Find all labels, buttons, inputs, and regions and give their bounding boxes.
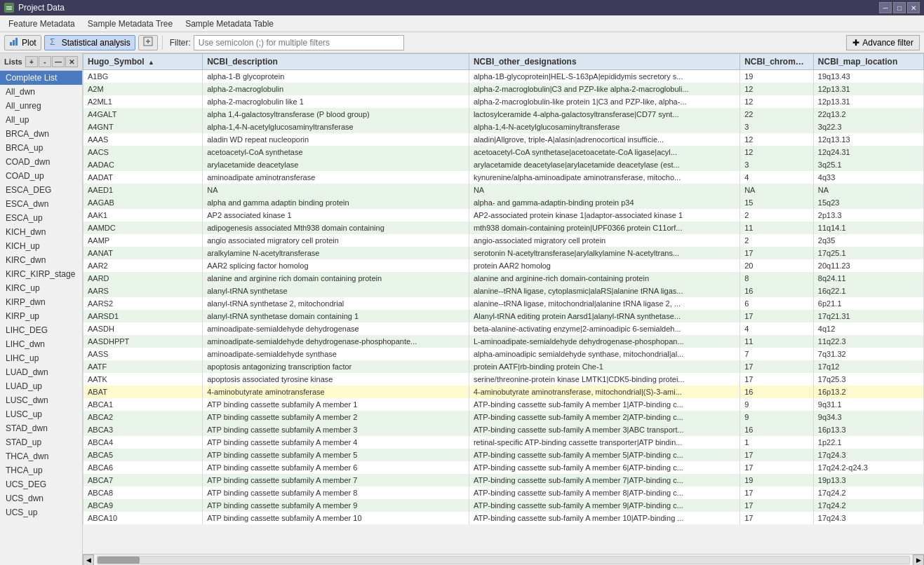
table-row[interactable]: ABCA4ATP binding cassette subfamily A me… [83,436,924,449]
minus-list-button[interactable]: — [52,56,65,67]
sidebar-item-kirc-kirp-stage[interactable]: KIRC_KIRP_stage [0,267,82,281]
table-row[interactable]: ABCA2ATP binding cassette subfamily A me… [83,411,924,423]
col-header-hugo[interactable]: Hugo_Symbol ▲ [83,54,203,70]
settings-list-button[interactable]: - [39,56,51,67]
table-row[interactable]: AAASaladin WD repeat nucleoporinaladin|A… [83,133,924,146]
table-row[interactable]: AAED1NANANANA [83,184,924,196]
table-row[interactable]: A2Malpha-2-macroglobulinalpha-2-macroglo… [83,83,924,95]
table-row[interactable]: AARDalanine and arginine rich domain con… [83,272,924,285]
table-row[interactable]: AARSalanyl-tRNA synthetasealanine--tRNA … [83,285,924,297]
table-row[interactable]: A4GALTalpha 1,4-galactosyltransferase (P… [83,108,924,121]
cell-ncbi_map: 2q35 [813,234,923,247]
sidebar-item-kirp-up[interactable]: KIRP_up [0,309,82,323]
sidebar-item-ucs-deg[interactable]: UCS_DEG [0,477,82,491]
minimize-button[interactable]: ─ [879,2,892,13]
table-row[interactable]: ABCA6ATP binding cassette subfamily A me… [83,461,924,474]
table-row[interactable]: AANATaralkylamine N-acetyltransferaseser… [83,247,924,259]
sidebar-item-thca-up[interactable]: THCA_up [0,463,82,477]
table-container[interactable]: Hugo_Symbol ▲ NCBI_description NCBI_othe… [83,53,924,554]
menu-sample-metadata-tree[interactable]: Sample Metadata Tree [82,18,178,30]
table-row[interactable]: A2ML1alpha-2-macroglobulin like 1alpha-2… [83,95,924,108]
cell-ncbi_chr: 17 [740,461,814,474]
table-row[interactable]: ABCA3ATP binding cassette subfamily A me… [83,423,924,436]
table-row[interactable]: AARS2alanyl-tRNA synthetase 2, mitochond… [83,297,924,310]
svg-rect-3 [6,9,12,10]
table-row[interactable]: AASSaminoadipate-semialdehyde synthaseal… [83,348,924,360]
sidebar-item-brca-up[interactable]: BRCA_up [0,141,82,155]
sidebar-item-kirp-dwn[interactable]: KIRP_dwn [0,295,82,309]
table-row[interactable]: ABAT4-aminobutyrate aminotransferase4-am… [83,386,924,398]
scroll-left-button[interactable]: ◀ [83,554,94,566]
remove-list-button[interactable]: ✕ [65,56,78,67]
table-row[interactable]: A1BGalpha-1-B glycoproteinalpha-1B-glyco… [83,70,924,83]
table-row[interactable]: ABCA8ATP binding cassette subfamily A me… [83,486,924,499]
menu-feature-metadata[interactable]: Feature Metadata [3,18,81,30]
add-list-button[interactable]: + [25,56,38,67]
sidebar-item-esca-deg[interactable]: ESCA_DEG [0,183,82,197]
maximize-button[interactable]: □ [893,2,906,13]
sidebar-item-esca-dwn[interactable]: ESCA_dwn [0,197,82,211]
sidebar-item-thca-dwn[interactable]: THCA_dwn [0,449,82,463]
sidebar-item-kich-dwn[interactable]: KICH_dwn [0,225,82,239]
sidebar-item-stad-up[interactable]: STAD_up [0,435,82,449]
table-row[interactable]: ABCA5ATP binding cassette subfamily A me… [83,449,924,461]
sidebar-item-complete-list[interactable]: Complete List [0,71,82,85]
table-row[interactable]: AATKapoptosis associated tyrosine kinase… [83,373,924,386]
sidebar-item-kirc-up[interactable]: KIRC_up [0,281,82,295]
sidebar-item-brca-dwn[interactable]: BRCA_dwn [0,127,82,141]
sidebar-item-lihc-deg[interactable]: LIHC_DEG [0,323,82,337]
sidebar-item-coad-up[interactable]: COAD_up [0,169,82,183]
table-row[interactable]: AACSacetoacetyl-CoA synthetaseacetoacety… [83,146,924,158]
sidebar-item-lihc-up[interactable]: LIHC_up [0,351,82,365]
sidebar-item-luad-dwn[interactable]: LUAD_dwn [0,365,82,379]
plot-button[interactable]: Plot [4,35,41,50]
sidebar-item-ucs-dwn[interactable]: UCS_dwn [0,491,82,505]
filter-input[interactable] [194,35,404,50]
scrollbar-track[interactable] [97,556,910,564]
advance-filter-button[interactable]: ✚ Advance filter [846,35,920,50]
horizontal-scrollbar[interactable]: ◀ ▶ [83,554,924,565]
table-row[interactable]: AAGABalpha and gamma adaptin binding pro… [83,196,924,209]
sidebar-item-lusc-dwn[interactable]: LUSC_dwn [0,393,82,407]
export-button[interactable] [138,35,158,50]
scrollbar-thumb[interactable] [98,557,140,564]
close-button[interactable]: ✕ [907,2,920,13]
col-header-ncbi-desc[interactable]: NCBI_description [203,54,469,70]
table-row[interactable]: AASDHaminoadipate-semialdehyde dehydroge… [83,322,924,335]
table-row[interactable]: AAMPangio associated migratory cell prot… [83,234,924,247]
table-row[interactable]: AAK1AP2 associated kinase 1AP2-associate… [83,209,924,222]
col-header-ncbi-other[interactable]: NCBI_other_designations [469,54,739,70]
sidebar-item-ucs-up[interactable]: UCS_up [0,505,82,519]
table-row[interactable]: ABCA10ATP binding cassette subfamily A m… [83,512,924,524]
sidebar-item-all-dwn[interactable]: All_dwn [0,85,82,99]
table-row[interactable]: AAMDCadipogenesis associated Mth938 doma… [83,222,924,234]
sidebar-item-all-unreg[interactable]: All_unreg [0,99,82,113]
sidebar-item-lusc-up[interactable]: LUSC_up [0,407,82,421]
stats-button[interactable]: Σ Statistical analysis [44,35,135,50]
table-row[interactable]: ABCA1ATP binding cassette subfamily A me… [83,398,924,411]
table-row[interactable]: AARSD1alanyl-tRNA synthetase domain cont… [83,310,924,322]
sidebar-item-luad-up[interactable]: LUAD_up [0,379,82,393]
table-row[interactable]: AATFapoptosis antagonizing transcription… [83,360,924,373]
cell-ncbi_chr: 19 [740,474,814,486]
sidebar-item-all-up[interactable]: All_up [0,113,82,127]
sidebar-item-kich-up[interactable]: KICH_up [0,239,82,253]
col-header-ncbi-map[interactable]: NCBI_map_location [813,54,923,70]
table-row[interactable]: AADATaminoadipate aminotransferasekynure… [83,171,924,184]
table-row[interactable]: ABCA7ATP binding cassette subfamily A me… [83,474,924,486]
cell-ncbi_other: ATP-binding cassette sub-family A member… [469,411,739,423]
col-header-ncbi-chr[interactable]: NCBI_chromosome [740,54,814,70]
table-row[interactable]: AADACarylacetamide deacetylasearylacetam… [83,158,924,171]
menu-sample-metadata-table[interactable]: Sample Metadata Table [180,18,279,30]
sidebar-item-coad-dwn[interactable]: COAD_dwn [0,155,82,169]
table-row[interactable]: AAR2AAR2 splicing factor homologprotein … [83,259,924,272]
sidebar-item-kirc-dwn[interactable]: KIRC_dwn [0,253,82,267]
scroll-right-button[interactable]: ▶ [913,554,924,566]
sidebar-item-stad-dwn[interactable]: STAD_dwn [0,421,82,435]
table-row[interactable]: AASDHPPTaminoadipate-semialdehyde dehydr… [83,335,924,348]
sidebar-item-lihc-dwn[interactable]: LIHC_dwn [0,337,82,351]
cell-ncbi_map: 3q25.1 [813,158,923,171]
table-row[interactable]: ABCA9ATP binding cassette subfamily A me… [83,499,924,512]
table-row[interactable]: A4GNTalpha-1,4-N-acetylglucosaminyltrans… [83,121,924,133]
sidebar-item-esca-up[interactable]: ESCA_up [0,211,82,225]
